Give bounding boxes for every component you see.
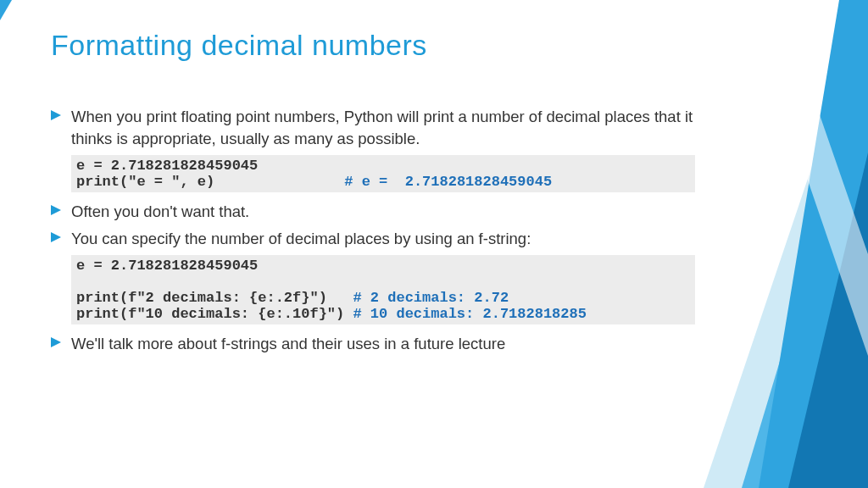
svg-marker-9 bbox=[51, 337, 61, 347]
code-line: print(f"2 decimals: {e:.2f}") bbox=[76, 290, 353, 306]
svg-marker-8 bbox=[51, 232, 61, 242]
code-line: e = 2.718281828459045 bbox=[76, 158, 258, 174]
code-blank bbox=[76, 274, 85, 290]
code-block-1: e = 2.718281828459045 print("e = ", e) #… bbox=[71, 155, 695, 192]
bullet-text: When you print floating point numbers, P… bbox=[71, 106, 695, 150]
bullet-text: You can specify the number of decimal pl… bbox=[71, 228, 531, 250]
bullet-text: Often you don't want that. bbox=[71, 201, 249, 223]
triangle-bullet-icon bbox=[51, 337, 71, 347]
code-block-2: e = 2.718281828459045 print(f"2 decimals… bbox=[71, 255, 695, 324]
bullet-item: Often you don't want that. bbox=[51, 201, 695, 223]
code-line: e = 2.718281828459045 bbox=[76, 258, 258, 274]
slide-title: Formatting decimal numbers bbox=[51, 29, 695, 62]
svg-marker-6 bbox=[51, 110, 61, 120]
code-comment: # 10 decimals: 2.7182818285 bbox=[353, 306, 586, 322]
triangle-bullet-icon bbox=[51, 232, 71, 242]
code-line: print("e = ", e) bbox=[76, 174, 344, 190]
bullet-item: When you print floating point numbers, P… bbox=[51, 106, 695, 150]
triangle-bullet-icon bbox=[51, 110, 71, 120]
svg-marker-7 bbox=[51, 205, 61, 215]
code-comment: # e = 2.718281828459045 bbox=[344, 174, 552, 190]
content-area: Formatting decimal numbers When you prin… bbox=[51, 29, 695, 359]
triangle-bullet-icon bbox=[51, 205, 71, 215]
code-line: print(f"10 decimals: {e:.10f}") bbox=[76, 306, 353, 322]
bullet-list: When you print floating point numbers, P… bbox=[51, 106, 695, 354]
svg-marker-4 bbox=[0, 0, 12, 20]
bullet-item: You can specify the number of decimal pl… bbox=[51, 228, 695, 250]
code-comment: # 2 decimals: 2.72 bbox=[353, 290, 509, 306]
slide: Formatting decimal numbers When you prin… bbox=[0, 0, 868, 488]
bullet-text: We'll talk more about f-strings and thei… bbox=[71, 333, 505, 355]
bullet-item: We'll talk more about f-strings and thei… bbox=[51, 333, 695, 355]
